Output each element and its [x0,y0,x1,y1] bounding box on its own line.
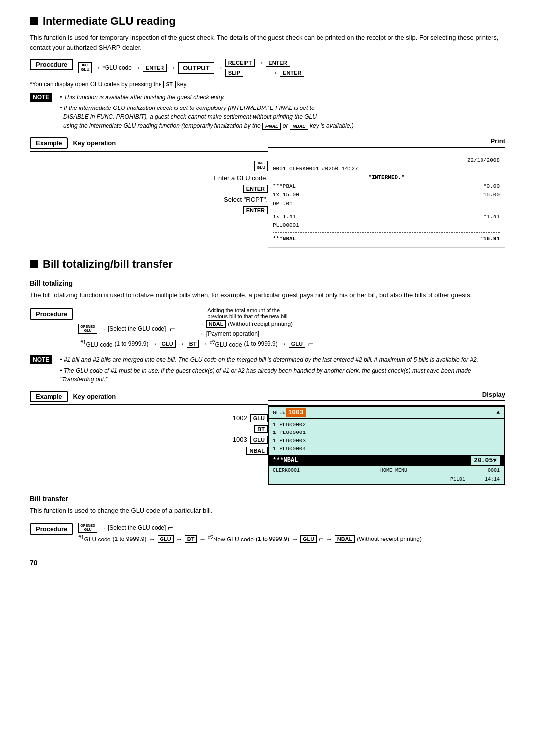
enter-op-key2: ENTER [243,206,268,214]
print-receipt1: 22/10/2008 0001 CLERK0001 #0250 14:27 *I… [268,152,505,248]
nbal-key3: NBAL [335,535,355,543]
glu-number: 1003 [286,408,305,417]
note2-label: NOTE [30,355,52,364]
procedure3: Procedure OPENED GLU → [Select the GLU c… [30,522,505,544]
display-line4: 1 PLU00004 [273,445,500,453]
proc3-row1: OPENED GLU → [Select the GLU code] ⌐ [78,522,422,533]
glu-key1: GLU [160,340,176,348]
pbal-label: ***PBAL [273,182,296,191]
st-key: ST [163,81,176,88]
example2-label: Example [30,391,68,402]
display-header2: Display [268,391,505,401]
section3: Bill transfer This function is used to c… [30,495,505,544]
glu-code-label: *GLU code [103,64,132,71]
example1: Example Key operation INT GLU Enter a GL… [30,137,505,248]
bt-key: BT [187,340,199,348]
arrow6: → [271,69,278,77]
print-header1: Print [268,137,505,148]
receipt-dpt: DPT.01 [273,200,500,209]
arrow4: → [216,64,223,72]
nbal-without3: (Without receipt printing) [357,536,422,542]
footer-time: 14:14 [485,477,500,482]
glu-prefix: GLU#1003 [273,409,306,416]
bt-key3: BT [185,535,197,543]
enter-op-key1: ENTER [243,185,268,193]
display-line2: 1 PLU00001 [273,429,500,437]
glu-key3-1: GLU [158,535,174,543]
note1: NOTE • This function is available after … [30,93,505,130]
output-box: OUTPUT [178,62,214,74]
note2-content: • #1 bill and #2 bills are merged into o… [60,355,505,384]
note2-item2: • The GLU code of #1 must be in use. If … [60,366,505,384]
glu1-range3: (1 to 9999.9) [112,536,146,542]
nbal-key-op: NBAL [246,447,268,455]
key-op-row-1002: 1002 GLU [233,414,268,422]
section1-description: This function is used for temporary insp… [30,33,505,52]
glu2-range3: (1 to 9999.9) [256,536,289,542]
glu-key3-2: GLU [300,535,317,543]
glu1-super: #1GLU code [80,340,112,348]
example1-label: Example [30,137,68,149]
nbal-key-proc2: NBAL [206,320,226,328]
key-op-rows2: 1002 GLU BT 1003 GLU NBAL [30,409,268,455]
arr-pay: → [197,330,204,338]
line2-qty: 1x 1.91 [273,213,296,222]
select-glu-label3: [Select the GLU code] [108,524,166,531]
section1-icon [30,17,38,25]
select-rcpt-label: Select "RCPT". [224,196,268,203]
arr1: → [99,325,106,333]
display-terminal: GLU#1003 ▲ 1 PLU00002 1 PLU00001 1 PLU00… [268,405,505,485]
arrow1: → [94,64,101,72]
display-footer: CLERK0001 HOME MENU 0001 [269,466,504,475]
op-1002: 1002 [233,414,247,422]
line1-qty: 1x 15.00 [273,191,299,200]
page-footer: 70 [30,559,505,567]
enter-glu-label: Enter a GLU code. [214,174,268,182]
receipt-plu: PLU00001 [273,221,500,230]
arr3-6: → [326,535,333,543]
proc3-row2: #1GLU code (1 to 9999.9) → GLU → BT → #2… [78,534,422,544]
nbal-branch: → NBAL (Without receipt printing) [197,320,293,328]
arr2: → [151,340,158,348]
line1-val: *15.00 [480,191,500,200]
nbal-label-receipt: ***NBAL [273,235,296,244]
enter-key2: ENTER [266,59,290,67]
key-op-header1: Key operation [73,139,116,147]
section2-title: Bill totalizing/bill transfer [30,258,505,270]
glu-key2: GLU [289,340,305,348]
key-op-rows1: INT GLU Enter a GLU code. ENTER Select "… [30,156,268,214]
final-key: FINAL [262,123,281,130]
nbal-value-receipt: *16.91 [480,235,500,244]
receipt-pbal: ***PBAL *0.00 [273,182,500,191]
section2-icon [30,260,38,268]
select-glu-label: [Select the GLU code] [108,325,166,332]
section1-title: Intermediate GLU reading [30,15,505,28]
arr4: → [201,340,208,348]
bill-totalizing-desc: The bill totalizing function is used to … [30,290,505,300]
note1-item2: • If the intermediate GLU finalization c… [60,104,353,130]
example1-left: Example Key operation INT GLU Enter a GL… [30,137,268,248]
example2: Example Key operation 1002 GLU BT 1003 G… [30,391,505,485]
arr3-2: → [149,535,156,543]
arr3-1: → [99,524,106,532]
procedure3-label: Procedure [30,523,73,535]
key-op-row5: ENTER [243,206,268,214]
receipt-header: 0001 CLERK0001 #0250 14:27 [273,165,500,174]
display-line3: 1 PLU00003 [273,437,500,445]
section2: Bill totalizing/bill transfer Bill total… [30,258,505,485]
receipt-line2: 1x 1.91 *1.91 [273,213,500,222]
nbal-without-receipt: (Without receipt printing) [228,321,293,327]
arr3-4: → [199,535,206,543]
arrow5: → [257,59,264,67]
footer-clerk: CLERK0001 [273,468,300,473]
bracket-end: ⌐ [308,339,314,349]
enter-key3: ENTER [280,69,304,77]
receipt-divider2 [273,232,500,233]
section1: Intermediate GLU reading This function i… [30,15,505,248]
example1-right: Print 22/10/2008 0001 CLERK0001 #0250 14… [268,137,505,248]
arr3: → [178,340,185,348]
key-op-header2: Key operation [73,393,116,400]
display-nbal-amount: 20.05▼ [471,456,500,465]
int-glu-key: INT GLU [78,62,92,73]
bracket3-end: ⌐ [319,534,324,544]
